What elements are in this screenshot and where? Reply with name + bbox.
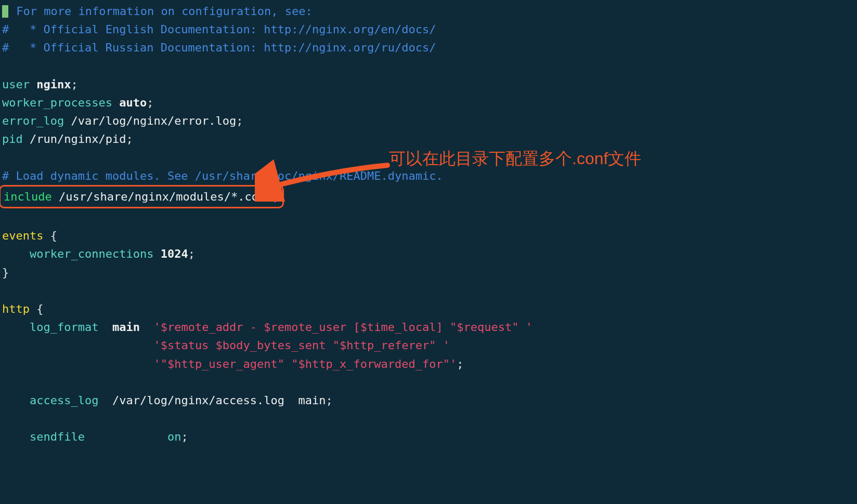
- comment-line: # * Official Russian Documentation: http…: [2, 41, 436, 54]
- directive-value: /run/nginx/pid: [30, 132, 126, 145]
- annotation-label: 可以在此目录下配置多个.conf文件: [389, 145, 641, 172]
- highlighted-include-line: include /usr/share/nginx/modules/*.conf;: [0, 185, 284, 208]
- directive-key: log_format: [30, 321, 98, 334]
- directive-key: access_log: [30, 394, 98, 407]
- directive-value: 1024: [161, 247, 188, 260]
- block-key: events: [2, 229, 43, 242]
- log-format-name: main: [112, 321, 140, 334]
- punct: ;: [236, 114, 243, 127]
- punct: ;: [272, 190, 279, 203]
- directive-value: /usr/share/nginx/modules/*.conf: [59, 190, 272, 203]
- comment-line: # Load dynamic modules. See /usr/share/d…: [2, 169, 443, 182]
- access-log-format: main: [298, 394, 326, 407]
- punct: ;: [71, 78, 77, 91]
- directive-value: nginx: [36, 78, 71, 91]
- punct: ;: [147, 96, 153, 109]
- log-format-string: '$remote_addr - $remote_user [$time_loca…: [153, 321, 532, 334]
- directive-key: pid: [2, 132, 23, 145]
- punct: ;: [181, 430, 188, 443]
- code-editor[interactable]: For more information on configuration, s…: [2, 2, 855, 446]
- punct: ;: [326, 394, 333, 407]
- cursor-indicator: [2, 5, 8, 18]
- comment-line: # * Official English Documentation: http…: [2, 23, 436, 36]
- directive-key: error_log: [2, 114, 64, 127]
- directive-key: sendfile: [30, 430, 85, 443]
- directive-value: auto: [119, 96, 147, 109]
- directive-value: /var/log/nginx/access.log: [112, 394, 284, 407]
- brace: {: [50, 229, 57, 242]
- comment-line: For more information on configuration, s…: [9, 5, 313, 18]
- directive-value: on: [167, 430, 181, 443]
- log-format-string: '"$http_user_agent" "$http_x_forwarded_f…: [153, 357, 457, 370]
- punct: ;: [188, 247, 195, 260]
- directive-key: worker_connections: [30, 247, 153, 260]
- directive-key: user: [2, 78, 30, 91]
- punct: ;: [126, 132, 133, 145]
- brace: {: [36, 302, 43, 315]
- directive-key: worker_processes: [2, 96, 112, 109]
- block-key: http: [2, 302, 30, 315]
- log-format-string: '$status $body_bytes_sent "$http_referer…: [153, 339, 450, 352]
- brace: }: [2, 266, 9, 279]
- directive-value: /var/log/nginx/error.log: [71, 114, 236, 127]
- directive-key: include: [4, 190, 52, 203]
- punct: ;: [457, 357, 463, 370]
